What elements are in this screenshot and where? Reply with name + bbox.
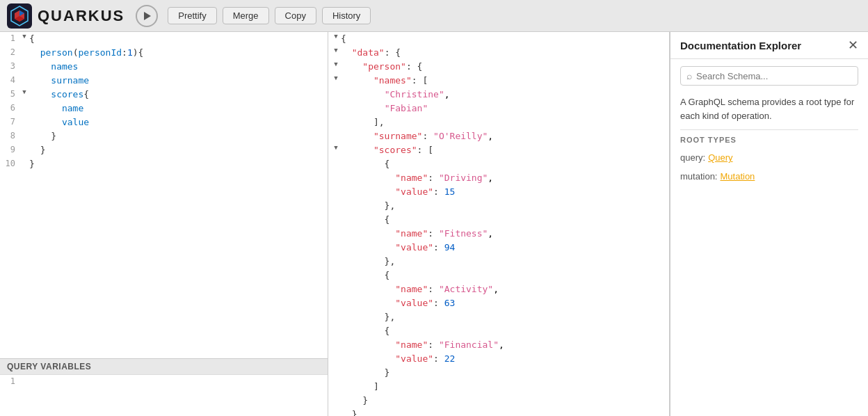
merge-button[interactable]: Merge (223, 7, 269, 24)
response-gutter-9[interactable]: ▼ (331, 143, 341, 153)
response-collapse-1[interactable]: ▼ (334, 32, 337, 42)
editor-line-8: 8 } (0, 129, 328, 143)
response-content-13: }, (341, 199, 669, 213)
response-collapse-4[interactable]: ▼ (334, 74, 337, 83)
line-content-9: } (29, 143, 328, 157)
response-gutter-2[interactable]: ▼ (331, 46, 341, 56)
response-line-12: "value": 15 (328, 185, 669, 199)
response-content-4: "names": [ (341, 74, 669, 88)
response-content-21: }, (341, 310, 669, 324)
response-line-23: "name": "Financial", (328, 338, 669, 352)
editor-line-10: 10 } (0, 157, 328, 171)
editor-line-5: 5 ▼ scores{ (0, 88, 328, 102)
logo-area: QUARKUS (7, 3, 124, 29)
response-line-1: ▼ { (328, 32, 669, 46)
response-line-21: }, (328, 310, 669, 324)
response-line-4: ▼ "names": [ (328, 74, 669, 88)
response-content-15: "name": "Fitness", (341, 227, 669, 241)
line-content-5: scores{ (29, 88, 328, 102)
response-line-9: ▼ "scores": [ (328, 143, 669, 157)
collapse-arrow-1[interactable]: ▼ (22, 32, 26, 42)
response-line-3: ▼ "person": { (328, 60, 669, 74)
history-button[interactable]: History (322, 7, 371, 24)
logo-text: QUARKUS (38, 7, 124, 25)
doc-description: A GraphQL schema provides a root type fo… (670, 93, 868, 129)
response-content-22: { (341, 324, 669, 338)
response-content-12: "value": 15 (341, 185, 669, 199)
response-collapse-2[interactable]: ▼ (334, 46, 337, 56)
query-editor[interactable]: 1 ▼ { 2 person(personId:1){ 3 names 4 (0, 32, 328, 358)
main-area: 1 ▼ { 2 person(personId:1){ 3 names 4 (0, 32, 868, 416)
run-button[interactable] (136, 5, 158, 27)
query-link[interactable]: Query (708, 152, 732, 163)
response-line-5: "Christine", (328, 88, 669, 102)
query-editor-panel: 1 ▼ { 2 person(personId:1){ 3 names 4 (0, 32, 328, 416)
response-line-27: } (328, 394, 669, 408)
response-gutter-1[interactable]: ▼ (331, 32, 341, 42)
collapse-gutter-5[interactable]: ▼ (19, 88, 29, 97)
line-content-7: value (29, 115, 328, 129)
response-content-3: "person": { (341, 60, 669, 74)
response-line-13: }, (328, 199, 669, 213)
line-content-1: { (29, 32, 328, 46)
doc-explorer-header: Documentation Explorer ✕ (670, 32, 868, 59)
response-content-5: "Christine", (341, 88, 669, 102)
mutation-link[interactable]: Mutation (720, 171, 755, 182)
response-line-10: { (328, 157, 669, 171)
line-number-1: 1 (0, 32, 19, 45)
line-number-10: 10 (0, 157, 19, 170)
right-panels: ▼ { ▼ "data": { ▼ "person": { ▼ "names":… (328, 32, 868, 416)
response-line-18: { (328, 269, 669, 282)
root-types-label: ROOT TYPES (670, 130, 868, 148)
response-content-7: ], (341, 115, 669, 129)
response-line-8: "surname": "O'Reilly", (328, 129, 669, 143)
query-vars-area[interactable]: 1 (0, 374, 328, 416)
quarkus-logo-icon (7, 3, 32, 29)
line-number-8: 8 (0, 129, 19, 142)
query-vars-header: QUERY VARIABLES (0, 358, 328, 374)
doc-explorer-title: Documentation Explorer (680, 40, 801, 51)
response-content-18: { (341, 269, 669, 282)
close-icon[interactable]: ✕ (848, 39, 858, 51)
response-line-2: ▼ "data": { (328, 46, 669, 60)
response-content-9: "scores": [ (341, 143, 669, 157)
response-gutter-3[interactable]: ▼ (331, 60, 341, 70)
response-collapse-9[interactable]: ▼ (334, 143, 337, 153)
response-content-8: "surname": "O'Reilly", (341, 129, 669, 143)
mutation-type-row: mutation: Mutation (670, 167, 868, 186)
line-content-10: } (29, 157, 328, 171)
line-number-4: 4 (0, 74, 19, 86)
response-line-11: "name": "Driving", (328, 171, 669, 185)
query-type-row: query: Query (670, 148, 868, 167)
response-line-19: "name": "Activity", (328, 282, 669, 296)
editor-line-4: 4 surname (0, 74, 328, 88)
response-line-14: { (328, 213, 669, 227)
collapse-arrow-5[interactable]: ▼ (22, 88, 26, 97)
line-content-2: person(personId:1){ (29, 46, 328, 60)
doc-search-box[interactable]: ⌕ (680, 66, 858, 86)
editor-line-2: 2 person(personId:1){ (0, 46, 328, 60)
response-line-17: }, (328, 255, 669, 269)
copy-button[interactable]: Copy (275, 7, 316, 24)
response-line-15: "name": "Fitness", (328, 227, 669, 241)
search-input[interactable] (696, 71, 852, 81)
response-content-19: "name": "Activity", (341, 282, 669, 296)
response-line-28: } (328, 408, 669, 416)
response-content-6: "Fabian" (341, 102, 669, 115)
response-gutter-4[interactable]: ▼ (331, 74, 341, 83)
response-content-24: "value": 22 (341, 352, 669, 366)
mutation-label: mutation: (680, 171, 717, 182)
response-line-24: "value": 22 (328, 352, 669, 366)
query-label: query: (680, 152, 705, 163)
editor-line-6: 6 name (0, 102, 328, 115)
response-content-26: ] (341, 380, 669, 394)
response-collapse-3[interactable]: ▼ (334, 60, 337, 70)
editor-line-9: 9 } (0, 143, 328, 157)
collapse-gutter-1[interactable]: ▼ (19, 32, 29, 42)
header: QUARKUS Prettify Merge Copy History (0, 0, 868, 32)
response-line-26: ] (328, 380, 669, 394)
line-content-6: name (29, 102, 328, 115)
response-content-28: } (341, 408, 669, 416)
prettify-button[interactable]: Prettify (168, 7, 216, 24)
editor-line-3: 3 names (0, 60, 328, 74)
